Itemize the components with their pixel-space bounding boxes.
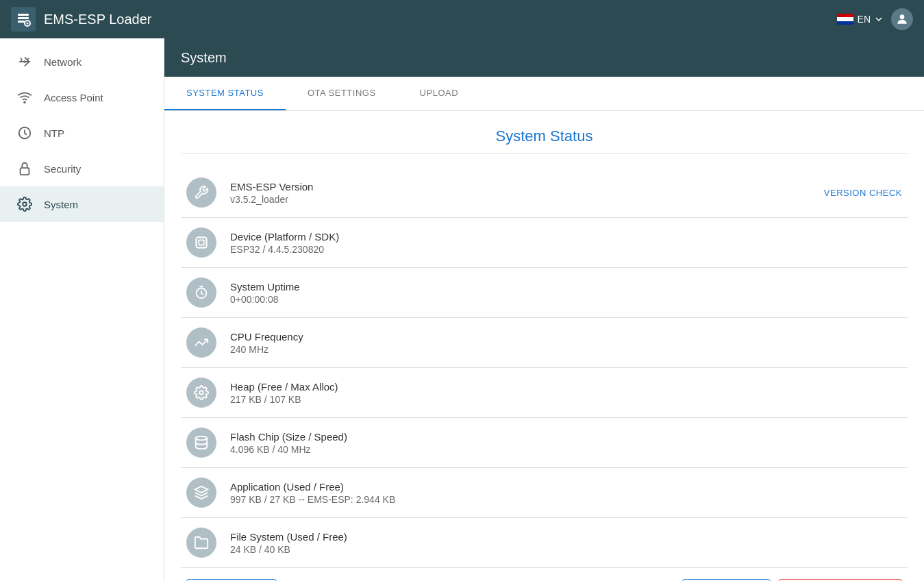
header-left: EMS-ESP Loader (11, 7, 152, 32)
svg-rect-12 (21, 168, 29, 175)
clock-icon (16, 125, 33, 141)
lang-label: EN (858, 14, 871, 25)
tab-ota-settings[interactable]: OTA SETTINGS (286, 77, 398, 110)
status-info-filesystem: File System (Used / Free) 24 KB / 40 KB (230, 531, 902, 555)
status-item-application: Application (Used / Free) 997 KB / 27 KB… (181, 468, 908, 518)
status-item-ems-esp-version: EMS-ESP Version v3.5.2_loader VERSION CH… (181, 168, 908, 218)
status-value-uptime: 0+00:00:08 (230, 294, 902, 305)
status-item-filesystem: File System (Used / Free) 24 KB / 40 KB (181, 518, 908, 568)
network-icon (16, 53, 33, 70)
svg-rect-15 (199, 240, 203, 245)
sidebar-label-system: System (44, 199, 78, 210)
svg-point-10 (24, 101, 25, 103)
status-value-device: ESP32 / 4.4.5.230820 (230, 244, 902, 255)
flag-icon (837, 14, 853, 25)
status-item-uptime: System Uptime 0+00:00:08 (181, 268, 908, 318)
status-label-application: Application (Used / Free) (230, 481, 902, 493)
main-content: System SYSTEM STATUS OTA SETTINGS UPLOAD… (164, 38, 924, 581)
status-value-ems-esp-version: v3.5.2_loader (230, 194, 810, 205)
storage-icon (186, 428, 216, 458)
svg-point-8 (900, 14, 905, 19)
svg-rect-5 (837, 14, 853, 17)
language-selector[interactable]: EN (837, 14, 883, 25)
status-item-device: Device (Platform / SDK) ESP32 / 4.4.5.23… (181, 218, 908, 268)
main-layout: Network Access Point NTP (0, 38, 924, 581)
status-label-device: Device (Platform / SDK) (230, 231, 902, 243)
content-area: System Status EMS-ESP Version v3.5.2_loa… (164, 111, 924, 581)
svg-point-4 (27, 23, 29, 25)
sidebar-item-network[interactable]: Network (0, 44, 164, 79)
svg-rect-14 (197, 238, 207, 248)
status-info-device: Device (Platform / SDK) ESP32 / 4.4.5.23… (230, 231, 902, 255)
status-info-uptime: System Uptime 0+00:00:08 (230, 281, 902, 305)
app-logo (11, 7, 36, 32)
status-label-cpu-freq: CPU Frequency (230, 331, 902, 343)
status-item-heap: Heap (Free / Max Alloc) 217 KB / 107 KB (181, 368, 908, 418)
status-info-flash: Flash Chip (Size / Speed) 4.096 KB / 40 … (230, 431, 902, 455)
sidebar-label-network: Network (44, 56, 82, 68)
status-item-flash: Flash Chip (Size / Speed) 4.096 KB / 40 … (181, 418, 908, 468)
status-label-heap: Heap (Free / Max Alloc) (230, 381, 902, 393)
chip-icon (186, 227, 216, 258)
status-item-cpu-freq: CPU Frequency 240 MHz (181, 318, 908, 368)
svg-rect-2 (18, 21, 25, 23)
sidebar-item-access-point[interactable]: Access Point (0, 79, 164, 115)
svg-point-18 (196, 436, 208, 441)
sidebar-item-ntp[interactable]: NTP (0, 115, 164, 151)
timer-icon (186, 277, 216, 308)
app-title: EMS-ESP Loader (44, 12, 152, 27)
sidebar: Network Access Point NTP (0, 38, 164, 581)
tabs-bar: SYSTEM STATUS OTA SETTINGS UPLOAD (164, 77, 924, 111)
sidebar-label-ntp: NTP (44, 127, 64, 139)
settings-icon (186, 378, 216, 408)
svg-rect-1 (18, 17, 29, 19)
status-label-ems-esp-version: EMS-ESP Version (230, 181, 810, 193)
sidebar-label-access-point: Access Point (44, 92, 103, 103)
user-avatar[interactable] (891, 8, 913, 30)
sidebar-item-security[interactable]: Security (0, 151, 164, 186)
svg-point-17 (199, 391, 203, 395)
layers-icon (186, 478, 216, 508)
status-value-filesystem: 24 KB / 40 KB (230, 544, 902, 555)
tab-upload[interactable]: UPLOAD (398, 77, 480, 110)
status-label-uptime: System Uptime (230, 281, 902, 293)
status-value-cpu-freq: 240 MHz (230, 344, 902, 355)
status-info-ems-esp-version: EMS-ESP Version v3.5.2_loader (230, 181, 810, 205)
status-info-cpu-freq: CPU Frequency 240 MHz (230, 331, 902, 355)
page-header: System (164, 38, 924, 77)
wifi-icon (16, 89, 33, 106)
status-info-application: Application (Used / Free) 997 KB / 27 KB… (230, 481, 902, 505)
trending-up-icon (186, 327, 216, 358)
header-right: EN (837, 8, 913, 30)
svg-marker-19 (195, 486, 208, 493)
svg-rect-0 (18, 14, 29, 16)
gear-icon (16, 196, 33, 212)
status-value-application: 997 KB / 27 KB -- EMS-ESP: 2.944 KB (230, 494, 902, 505)
status-info-heap: Heap (Free / Max Alloc) 217 KB / 107 KB (230, 381, 902, 405)
section-title: System Status (181, 127, 908, 154)
footer-bar: REFRESH RESTART (181, 568, 908, 581)
svg-rect-7 (837, 21, 853, 25)
app-header: EMS-ESP Loader EN (0, 0, 924, 38)
page-title: System (181, 50, 227, 66)
tab-system-status[interactable]: SYSTEM STATUS (164, 77, 286, 110)
version-check-button[interactable]: VERSION CHECK (824, 188, 902, 198)
status-label-flash: Flash Chip (Size / Speed) (230, 431, 902, 443)
sidebar-label-security: Security (44, 163, 81, 175)
status-value-flash: 4.096 KB / 40 MHz (230, 444, 902, 455)
lock-icon (16, 160, 33, 177)
status-label-filesystem: File System (Used / Free) (230, 531, 902, 543)
chevron-down-icon (875, 15, 883, 23)
folder-icon (186, 528, 216, 558)
sidebar-item-system[interactable]: System (0, 186, 164, 222)
svg-point-13 (23, 202, 27, 206)
svg-point-9 (24, 61, 25, 62)
status-value-heap: 217 KB / 107 KB (230, 394, 902, 405)
wrench-icon (186, 177, 216, 208)
svg-rect-6 (837, 17, 853, 21)
